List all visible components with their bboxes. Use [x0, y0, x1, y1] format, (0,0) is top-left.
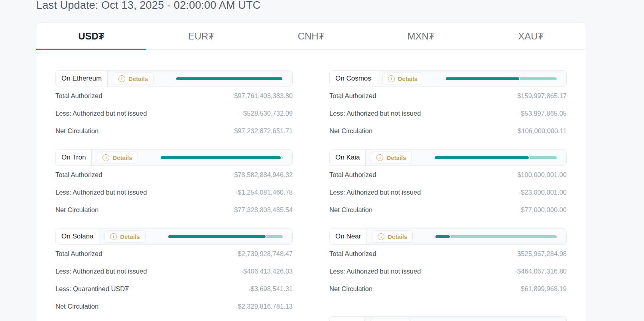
stat-row: Total Authorized $525,967,284.98 — [329, 245, 567, 262]
stat-row: Net Circulation $61,899,968.19 — [329, 280, 567, 297]
stat-value: $97,232,872,651.71 — [234, 127, 293, 135]
stat-value: -$23,000,001.00 — [519, 189, 567, 196]
stat-row: Net Circulation $77,328,803,485.54 — [55, 201, 293, 219]
chain-name: On Ethereum — [56, 71, 108, 87]
stat-value: -$528,530,732.09 — [241, 110, 293, 117]
details-button[interactable]: i Details — [97, 152, 138, 164]
progress-fill — [435, 156, 529, 159]
tab-usdt[interactable]: USD₮ — [36, 23, 146, 49]
stat-value: -$1,254,081,460.78 — [236, 189, 293, 196]
details-button[interactable]: i Details — [104, 230, 145, 243]
details-button[interactable]: i Details — [382, 73, 423, 85]
info-icon: i — [110, 233, 117, 240]
details-button[interactable]: i Details — [372, 230, 413, 243]
details-label: Details — [398, 75, 418, 82]
stat-label: Net Circulation — [55, 303, 98, 310]
transparency-panel: USD₮ EUR₮ CNH₮ MXN₮ XAU₮ On Ethereum i D… — [36, 23, 586, 321]
stat-row: Less: Authorized but not issued -$406,41… — [55, 262, 293, 280]
chain-card-header: On Near i Details — [329, 228, 567, 245]
stat-value: $100,000,001.00 — [517, 171, 567, 179]
info-icon: i — [376, 154, 383, 161]
chain-name: On Cosmos — [330, 71, 377, 87]
stat-value: $159,997,865.17 — [517, 92, 567, 100]
chain-name: On Kaia — [330, 150, 366, 165]
chain-card-header: On Tron i Details — [55, 149, 293, 166]
stat-row: Total Authorized $159,997,865.17 — [329, 87, 567, 104]
stat-label: Net Circulation — [55, 206, 98, 214]
stat-row: Net Circulation $77,000,000.00 — [329, 201, 567, 219]
stat-label: Less: Authorized but not issued — [55, 189, 147, 196]
info-icon: i — [388, 75, 395, 82]
stat-row: Less: Authorized but not issued -$464,06… — [329, 262, 567, 280]
progress-fill — [168, 235, 266, 238]
stat-label: Total Authorized — [55, 250, 102, 258]
stat-value: $2,329,816,781.13 — [238, 303, 293, 310]
stat-label: Less: Authorized but not issued — [329, 268, 421, 275]
stat-value: -$53,997,865.05 — [519, 110, 567, 117]
tab-xaut[interactable]: XAU₮ — [476, 23, 586, 49]
chain-card-near: On Near i Details Total Authorized $525,… — [329, 228, 567, 297]
details-button[interactable]: i Details — [371, 152, 412, 164]
details-label: Details — [112, 154, 132, 161]
stat-label: Less: Authorized but not issued — [329, 189, 421, 196]
chain-card-header: On Kaia i Details — [329, 149, 567, 166]
left-column: On Ethereum i Details Total Authorized $… — [55, 70, 293, 321]
stat-value: $525,967,284.98 — [517, 250, 567, 258]
info-icon: i — [118, 75, 125, 82]
stat-label: Net Circulation — [329, 127, 372, 135]
details-label: Details — [128, 75, 148, 82]
progress-fill — [435, 235, 450, 238]
details-label: Details — [120, 233, 140, 240]
chain-name: On Near — [330, 228, 367, 244]
tab-cnht[interactable]: CNH₮ — [256, 23, 366, 49]
info-icon: i — [378, 233, 384, 240]
progress-fill — [176, 77, 282, 80]
stat-row: Less: Authorized but not issued -$528,53… — [55, 104, 293, 122]
details-button[interactable]: i Details — [113, 73, 154, 85]
stat-row: Less: Authorized but not issued -$23,000… — [329, 183, 567, 201]
stat-row: Net Circulation $106,000,000.11 — [329, 122, 567, 140]
stat-value: $97,761,403,383.80 — [234, 92, 293, 100]
stat-value: $106,000,000.11 — [518, 127, 567, 135]
stat-row: Total Authorized $78,582,884,946.32 — [55, 166, 293, 183]
stat-label: Total Authorized — [55, 171, 102, 179]
progress-fill — [161, 156, 281, 159]
right-column: On Cosmos i Details Total Authorized $15… — [329, 70, 567, 321]
chain-card-header: On Cosmos i Details — [329, 70, 567, 87]
tab-eurt[interactable]: EUR₮ — [146, 23, 256, 49]
stat-row: Net Circulation $2,329,816,781.13 — [55, 297, 293, 315]
stat-value: $78,582,884,946.32 — [234, 171, 293, 179]
chain-cards-grid: On Ethereum i Details Total Authorized $… — [36, 50, 586, 321]
stat-label: Net Circulation — [55, 127, 98, 135]
stat-label: Net Circulation — [329, 285, 372, 293]
stat-value: $77,328,803,485.54 — [234, 206, 293, 214]
chain-card-cosmos: On Cosmos i Details Total Authorized $15… — [329, 70, 567, 140]
stat-value: -$464,067,316.80 — [515, 268, 567, 275]
chain-card-kaia: On Kaia i Details Total Authorized $100,… — [329, 149, 567, 219]
details-button[interactable]: i Details — [370, 319, 411, 321]
stat-label: Less: Quarantined USD₮ — [55, 285, 129, 293]
circulation-progress-bar — [435, 156, 557, 159]
chain-name: On Tron — [56, 150, 92, 165]
chain-card-header: On Solana i Details — [55, 228, 293, 245]
stat-label: Net Circulation — [329, 206, 372, 214]
stat-value: $61,899,968.19 — [521, 285, 567, 293]
chain-name — [330, 317, 365, 321]
chain-card-solana: On Solana i Details Total Authorized $2,… — [55, 228, 293, 315]
circulation-progress-bar — [435, 235, 557, 238]
chain-card-header: i Details — [329, 316, 567, 321]
stat-row: Net Circulation $97,232,872,651.71 — [55, 122, 293, 140]
circulation-progress-bar — [161, 156, 283, 159]
last-update-text: Last Update: Oct 13, 2025 - 02:00:00 AM … — [36, 0, 260, 12]
stat-label: Total Authorized — [329, 250, 376, 258]
stat-value: $2,739,928,748.47 — [238, 250, 293, 258]
stat-label: Total Authorized — [329, 171, 376, 179]
stat-value: -$3,698,541.31 — [248, 285, 293, 293]
details-label: Details — [388, 233, 407, 240]
stat-value: -$406,413,426.03 — [241, 268, 293, 275]
currency-tabbar: USD₮ EUR₮ CNH₮ MXN₮ XAU₮ — [36, 23, 586, 50]
circulation-progress-bar — [446, 77, 557, 80]
tab-mxnt[interactable]: MXN₮ — [366, 23, 476, 49]
chain-card-header: On Ethereum i Details — [55, 70, 293, 87]
progress-fill — [446, 77, 519, 80]
